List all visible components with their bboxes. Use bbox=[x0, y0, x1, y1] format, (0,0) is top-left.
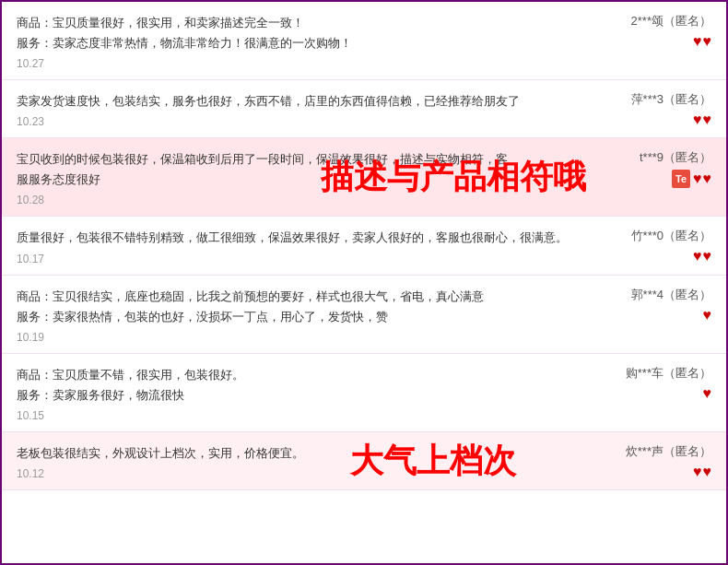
review-list: 商品：宝贝质量很好，很实用，和卖家描述完全一致！服务：卖家态度非常热情，物流非常… bbox=[2, 2, 726, 490]
stars-row: ♥ bbox=[703, 307, 712, 324]
reviewer-name: 萍***3（匿名） bbox=[631, 91, 711, 108]
stars-row: ♥ bbox=[703, 385, 712, 402]
review-text: 卖家发货速度快，包装结实，服务也很好，东西不错，店里的东西值得信赖，已经推荐给朋… bbox=[17, 91, 573, 112]
stars-row: Te♥♥ bbox=[672, 170, 711, 188]
star-icon: ♥ bbox=[703, 307, 712, 324]
review-left: 商品：宝贝很结实，底座也稳固，比我之前预想的要好，样式也很大气，省电，真心满意服… bbox=[17, 287, 592, 344]
star-icon: ♥ bbox=[703, 171, 712, 187]
review-item: 卖家发货速度快，包装结实，服务也很好，东西不错，店里的东西值得信赖，已经推荐给朋… bbox=[2, 80, 726, 138]
reviewer-name: 购***车（匿名） bbox=[626, 365, 711, 382]
review-right: 购***车（匿名）♥ bbox=[592, 365, 711, 402]
review-left: 老板包装很结实，外观设计上档次，实用，价格便宜。10.12 bbox=[17, 443, 592, 480]
review-right: 萍***3（匿名）♥♥ bbox=[592, 91, 711, 128]
review-left: 卖家发货速度快，包装结实，服务也很好，东西不错，店里的东西值得信赖，已经推荐给朋… bbox=[17, 91, 592, 128]
review-item: 宝贝收到的时候包装很好，保温箱收到后用了一段时间，保温效果很好，描述与实物相符，… bbox=[2, 138, 726, 217]
review-left: 商品：宝贝质量很好，很实用，和卖家描述完全一致！服务：卖家态度非常热情，物流非常… bbox=[17, 13, 592, 70]
star-icon: ♥ bbox=[693, 248, 702, 265]
reviewer-name: 竹***0（匿名） bbox=[631, 228, 711, 244]
review-date: 10.19 bbox=[17, 331, 573, 344]
review-date: 10.27 bbox=[17, 57, 573, 70]
review-item: 商品：宝贝质量很好，很实用，和卖家描述完全一致！服务：卖家态度非常热情，物流非常… bbox=[2, 2, 726, 80]
review-right: 竹***0（匿名）♥♥ bbox=[592, 228, 711, 265]
review-right: 炊***声（匿名）♥♥ bbox=[592, 443, 711, 480]
star-icon: ♥ bbox=[693, 33, 702, 50]
star-icon: ♥ bbox=[703, 33, 712, 50]
review-text: 老板包装很结实，外观设计上档次，实用，价格便宜。 bbox=[17, 443, 573, 464]
review-item: 质量很好，包装很不错特别精致，做工很细致，保温效果很好，卖家人很好的，客服也很耐… bbox=[2, 217, 726, 275]
review-date: 10.17 bbox=[17, 253, 573, 265]
review-text: 商品：宝贝质量很好，很实用，和卖家描述完全一致！服务：卖家态度非常热情，物流非常… bbox=[17, 13, 573, 53]
star-icon: ♥ bbox=[693, 171, 702, 187]
review-text: 质量很好，包装很不错特别精致，做工很细致，保温效果很好，卖家人很好的，客服也很耐… bbox=[17, 228, 573, 248]
stars-row: ♥♥ bbox=[693, 33, 711, 50]
stars-row: ♥♥ bbox=[693, 112, 711, 128]
reviewer-name: 郭***4（匿名） bbox=[631, 287, 711, 303]
star-icon: ♥ bbox=[703, 464, 712, 480]
review-right: t***9（匿名）Te♥♥ bbox=[592, 149, 711, 188]
reviewer-name: 2***颂（匿名） bbox=[631, 13, 711, 29]
star-icon: ♥ bbox=[693, 112, 702, 128]
star-icon: ♥ bbox=[703, 248, 712, 265]
review-right: 2***颂（匿名）♥♥ bbox=[592, 13, 711, 50]
review-text: 宝贝收到的时候包装很好，保温箱收到后用了一段时间，保温效果很好，描述与实物相符，… bbox=[17, 149, 573, 190]
stars-row: ♥♥ bbox=[693, 464, 711, 480]
review-date: 10.12 bbox=[17, 467, 573, 480]
review-right: 郭***4（匿名）♥ bbox=[592, 287, 711, 324]
stars-row: ♥♥ bbox=[693, 248, 711, 265]
te-badge: Te bbox=[672, 170, 690, 188]
review-date: 10.23 bbox=[17, 115, 573, 128]
review-left: 质量很好，包装很不错特别精致，做工很细致，保温效果很好，卖家人很好的，客服也很耐… bbox=[17, 228, 592, 265]
review-item: 商品：宝贝很结实，底座也稳固，比我之前预想的要好，样式也很大气，省电，真心满意服… bbox=[2, 276, 726, 354]
review-left: 宝贝收到的时候包装很好，保温箱收到后用了一段时间，保温效果很好，描述与实物相符，… bbox=[17, 149, 592, 206]
reviewer-name: 炊***声（匿名） bbox=[626, 443, 711, 460]
review-left: 商品：宝贝质量不错，很实用，包装很好。服务：卖家服务很好，物流很快10.15 bbox=[17, 365, 592, 422]
star-icon: ♥ bbox=[693, 464, 702, 480]
star-icon: ♥ bbox=[703, 385, 712, 402]
review-date: 10.28 bbox=[17, 194, 573, 206]
review-date: 10.15 bbox=[17, 409, 573, 422]
review-text: 商品：宝贝质量不错，很实用，包装很好。服务：卖家服务很好，物流很快 bbox=[17, 365, 573, 406]
review-item: 老板包装很结实，外观设计上档次，实用，价格便宜。10.12炊***声（匿名）♥♥… bbox=[2, 432, 726, 490]
review-text: 商品：宝贝很结实，底座也稳固，比我之前预想的要好，样式也很大气，省电，真心满意服… bbox=[17, 287, 573, 327]
reviewer-name: t***9（匿名） bbox=[640, 149, 711, 166]
star-icon: ♥ bbox=[703, 112, 712, 128]
review-item: 商品：宝贝质量不错，很实用，包装很好。服务：卖家服务很好，物流很快10.15购*… bbox=[2, 354, 726, 432]
